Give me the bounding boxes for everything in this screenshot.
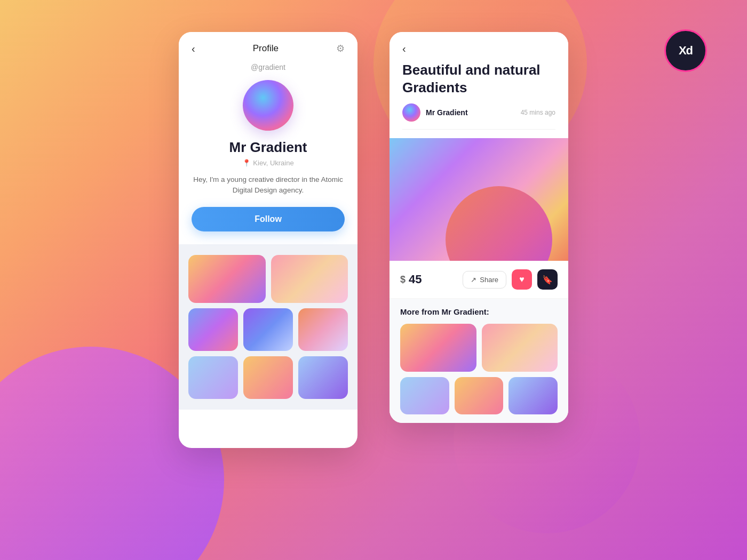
profile-gallery: [179, 244, 357, 410]
avatar-container: [192, 80, 345, 131]
gallery-item-3[interactable]: [188, 308, 238, 351]
bio-text: Hey, I'm a young creative director in th…: [192, 174, 345, 196]
like-button[interactable]: ♥: [512, 269, 532, 290]
heart-icon: ♥: [519, 275, 525, 284]
more-item-2[interactable]: [482, 324, 558, 372]
detail-image: [390, 138, 568, 261]
profile-back-button[interactable]: ‹: [192, 43, 195, 54]
share-label: Share: [480, 276, 498, 284]
display-name: Mr Gradient: [192, 139, 345, 156]
adobe-xd-badge: Xd: [664, 29, 707, 72]
avatar: [243, 80, 293, 131]
more-grid-row2: [400, 377, 558, 414]
image-blob: [446, 186, 552, 261]
post-time: 45 mins ago: [521, 109, 555, 116]
gallery-grid-row1: [188, 255, 348, 303]
more-title: More from Mr Gradient:: [400, 307, 558, 316]
xd-badge-label: Xd: [679, 44, 693, 58]
gallery-item-1[interactable]: [188, 255, 266, 303]
gallery-item-7[interactable]: [243, 356, 293, 399]
location-pin-icon: 📍: [242, 159, 251, 167]
profile-card-header: ‹ Profile ⚙: [179, 32, 357, 54]
profile-info-section: @gradient Mr Gradient 📍 Kiev, Ukraine He…: [179, 54, 357, 244]
share-button[interactable]: ↗ Share: [463, 271, 506, 289]
profile-card: ‹ Profile ⚙ @gradient Mr Gradient 📍 Kiev…: [179, 32, 357, 448]
gear-icon[interactable]: ⚙: [336, 43, 345, 54]
gallery-grid-row2: [188, 308, 348, 351]
gallery-grid-row3: [188, 356, 348, 399]
price-symbol: $: [400, 274, 406, 285]
detail-card-header: ‹ Beautiful and natural Gradients Mr Gra…: [390, 32, 568, 138]
action-buttons: ↗ Share ♥ 🔖: [463, 269, 558, 290]
gallery-item-2[interactable]: [271, 255, 348, 303]
gallery-item-4[interactable]: [243, 308, 293, 351]
share-icon: ↗: [471, 276, 476, 284]
author-info: Mr Gradient: [402, 103, 468, 122]
profile-card-title: Profile: [253, 43, 279, 54]
more-item-3[interactable]: [400, 377, 449, 414]
detail-back-button[interactable]: ‹: [402, 43, 406, 55]
more-grid-row1: [400, 324, 558, 372]
profile-username: @gradient: [192, 63, 345, 71]
bookmark-icon: 🔖: [542, 275, 553, 285]
more-section: More from Mr Gradient:: [390, 299, 568, 423]
gallery-item-5[interactable]: [298, 308, 348, 351]
price-badge: $ 45: [400, 273, 422, 286]
gallery-item-6[interactable]: [188, 356, 238, 399]
detail-title: Beautiful and natural Gradients: [402, 61, 555, 96]
follow-button[interactable]: Follow: [192, 207, 345, 231]
more-item-4[interactable]: [455, 377, 504, 414]
detail-actions: $ 45 ↗ Share ♥ 🔖: [390, 261, 568, 299]
bookmark-button[interactable]: 🔖: [537, 269, 558, 290]
more-item-1[interactable]: [400, 324, 476, 372]
author-avatar: [402, 103, 420, 122]
location-text: Kiev, Ukraine: [253, 159, 293, 167]
location: 📍 Kiev, Ukraine: [192, 159, 345, 167]
author-name: Mr Gradient: [426, 108, 468, 117]
more-item-5[interactable]: [508, 377, 558, 414]
detail-meta: Mr Gradient 45 mins ago: [402, 103, 555, 130]
gallery-item-8[interactable]: [298, 356, 348, 399]
detail-card: ‹ Beautiful and natural Gradients Mr Gra…: [390, 32, 568, 423]
cards-wrapper: ‹ Profile ⚙ @gradient Mr Gradient 📍 Kiev…: [0, 32, 747, 448]
price-value: 45: [409, 273, 422, 286]
